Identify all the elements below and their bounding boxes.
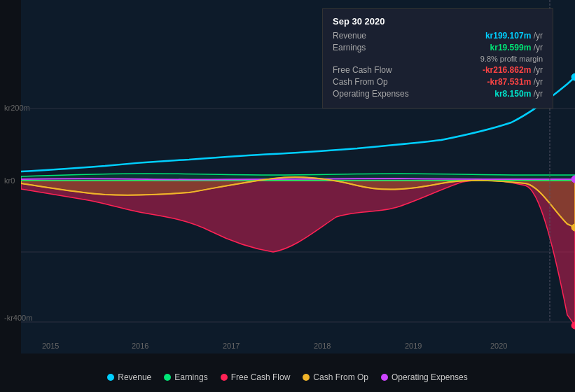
tooltip-earnings-value: kr19.599m /yr	[490, 43, 543, 52]
tooltip-fcf-label: Free Cash Flow	[333, 65, 392, 75]
legend-earnings-label: Earnings	[174, 372, 207, 382]
x-label-2019: 2019	[405, 342, 422, 350]
tooltip-revenue-value: kr199.107m /yr	[485, 31, 543, 41]
legend-earnings-dot	[164, 374, 171, 381]
x-label-2020: 2020	[490, 342, 507, 350]
tooltip-title: Sep 30 2020	[333, 16, 543, 27]
tooltip-revenue-row: Revenue kr199.107m /yr	[333, 31, 543, 41]
legend-revenue-label: Revenue	[118, 372, 151, 382]
x-label-2015: 2015	[42, 342, 59, 350]
legend-opex-label: Operating Expenses	[392, 372, 468, 382]
tooltip-opex-row: Operating Expenses kr8.150m /yr	[333, 89, 543, 99]
legend-fcf-label: Free Cash Flow	[231, 372, 291, 382]
legend-fcf-dot	[221, 374, 228, 381]
legend-opex[interactable]: Operating Expenses	[381, 372, 468, 382]
tooltip-cashop-value: -kr87.531m /yr	[487, 77, 543, 87]
tooltip-fcf-value: -kr216.862m /yr	[483, 65, 543, 75]
legend-cashop-label: Cash From Op	[313, 372, 368, 382]
svg-point-7	[571, 322, 575, 329]
legend-earnings[interactable]: Earnings	[164, 372, 207, 382]
tooltip-revenue-label: Revenue	[333, 31, 366, 41]
tooltip-cashop-row: Cash From Op -kr87.531m /yr	[333, 77, 543, 87]
tooltip-fcf-row: Free Cash Flow -kr216.862m /yr	[333, 65, 543, 75]
chart-container: Sep 30 2020 Revenue kr199.107m /yr Earni…	[0, 0, 575, 392]
tooltip-opex-value: kr8.150m /yr	[494, 89, 543, 99]
tooltip-cashop-label: Cash From Op	[333, 77, 388, 87]
legend-revenue[interactable]: Revenue	[107, 372, 151, 382]
legend-fcf[interactable]: Free Cash Flow	[221, 372, 291, 382]
x-label-2017: 2017	[223, 342, 240, 350]
legend-cashop[interactable]: Cash From Op	[303, 372, 368, 382]
tooltip-opex-label: Operating Expenses	[333, 89, 409, 99]
tooltip-earnings-row: Earnings kr19.599m /yr	[333, 43, 543, 52]
tooltip-earnings-label: Earnings	[333, 43, 366, 52]
legend-revenue-dot	[107, 374, 114, 381]
tooltip-profit-margin: 9.8% profit margin	[333, 55, 543, 63]
x-label-2018: 2018	[314, 342, 331, 350]
x-label-2016: 2016	[132, 342, 148, 350]
legend-opex-dot	[381, 374, 388, 381]
tooltip-box: Sep 30 2020 Revenue kr199.107m /yr Earni…	[322, 8, 553, 108]
chart-legend: Revenue Earnings Free Cash Flow Cash Fro…	[0, 372, 575, 382]
legend-cashop-dot	[303, 374, 310, 381]
y-label-0: kr0	[4, 176, 15, 185]
